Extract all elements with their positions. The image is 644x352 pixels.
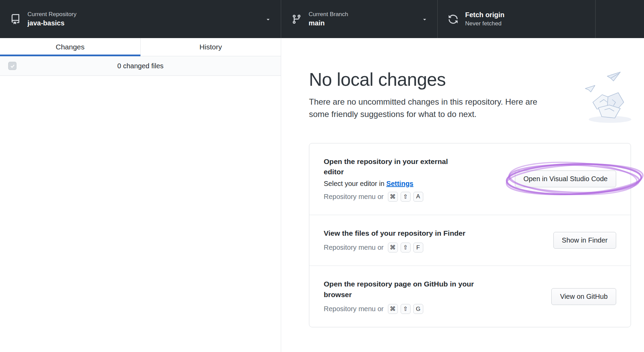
toolbar-filler	[596, 0, 644, 38]
page-title: No local changes	[309, 69, 446, 90]
command-key: ⌘	[388, 304, 398, 314]
view-on-github-button[interactable]: View on GitHub	[551, 288, 616, 305]
shift-key: ⇧	[401, 304, 411, 314]
repo-icon	[10, 14, 21, 25]
settings-line-text: Select your editor in	[324, 180, 386, 187]
fetch-origin-button[interactable]: Fetch origin Never fetched	[438, 0, 596, 38]
tab-changes[interactable]: Changes	[0, 38, 140, 56]
current-branch-value: main	[309, 19, 348, 27]
current-repository-dropdown[interactable]: Current Repository java-basics	[0, 0, 281, 38]
current-branch-dropdown[interactable]: Current Branch main	[281, 0, 438, 38]
command-key: ⌘	[388, 192, 398, 202]
suggestion-view-on-github: Open the repository page on GitHub in yo…	[309, 266, 631, 327]
changed-files-row: 0 changed files	[0, 56, 281, 76]
tab-changes-label: Changes	[56, 43, 84, 51]
shift-key: ⇧	[401, 243, 411, 253]
shortcut-label: Repository menu or	[324, 244, 384, 251]
page-subtitle: There are no uncommitted changes in this…	[309, 96, 560, 120]
suggestion-title: Open the repository page on GitHub in yo…	[324, 279, 495, 300]
select-all-checkbox[interactable]	[8, 62, 16, 70]
suggestion-shortcut: Repository menu or ⌘ ⇧ F	[324, 243, 540, 253]
tab-history-label: History	[199, 43, 222, 51]
suggestion-open-editor: Open the repository in your external edi…	[309, 143, 631, 215]
git-branch-icon	[291, 14, 302, 25]
suggestion-title: Open the repository in your external edi…	[324, 156, 468, 177]
shortcut-label: Repository menu or	[324, 305, 384, 313]
suggestion-shortcut: Repository menu or ⌘ ⇧ G	[324, 304, 538, 314]
chevron-down-icon	[422, 16, 428, 22]
open-in-vscode-button[interactable]: Open in Visual Studio Code	[515, 171, 616, 187]
suggestion-settings-line: Select your editor in Settings	[324, 180, 501, 188]
sync-icon	[448, 14, 459, 25]
toolbar: Current Repository java-basics Current B…	[0, 0, 644, 38]
letter-key: F	[413, 243, 423, 253]
shift-key: ⇧	[401, 192, 411, 202]
paper-stack-illustration	[583, 69, 635, 127]
current-branch-label: Current Branch	[309, 11, 348, 18]
check-icon	[10, 63, 15, 69]
suggestion-shortcut: Repository menu or ⌘ ⇧ A	[324, 192, 501, 202]
current-repository-label: Current Repository	[27, 11, 77, 18]
suggestion-show-in-finder: View the files of your repository in Fin…	[309, 215, 631, 266]
fetch-origin-title: Fetch origin	[465, 11, 504, 19]
chevron-down-icon	[265, 16, 271, 22]
command-key: ⌘	[388, 243, 398, 253]
show-in-finder-button[interactable]: Show in Finder	[553, 232, 616, 249]
changed-files-count: 0 changed files	[0, 62, 281, 70]
tab-history[interactable]: History	[140, 38, 281, 56]
shortcut-label: Repository menu or	[324, 193, 384, 201]
letter-key: A	[413, 192, 423, 202]
suggestions-card: Open the repository in your external edi…	[309, 143, 631, 327]
suggestion-title: View the files of your repository in Fin…	[324, 228, 540, 238]
fetch-origin-subtitle: Never fetched	[465, 20, 504, 27]
main-content: No local changes There are no uncommitte…	[281, 38, 644, 352]
sidebar: Changes History 0 changed files	[0, 38, 281, 352]
sidebar-tabs: Changes History	[0, 38, 281, 56]
settings-link[interactable]: Settings	[386, 180, 413, 187]
current-repository-value: java-basics	[27, 19, 77, 27]
letter-key: G	[413, 304, 423, 314]
